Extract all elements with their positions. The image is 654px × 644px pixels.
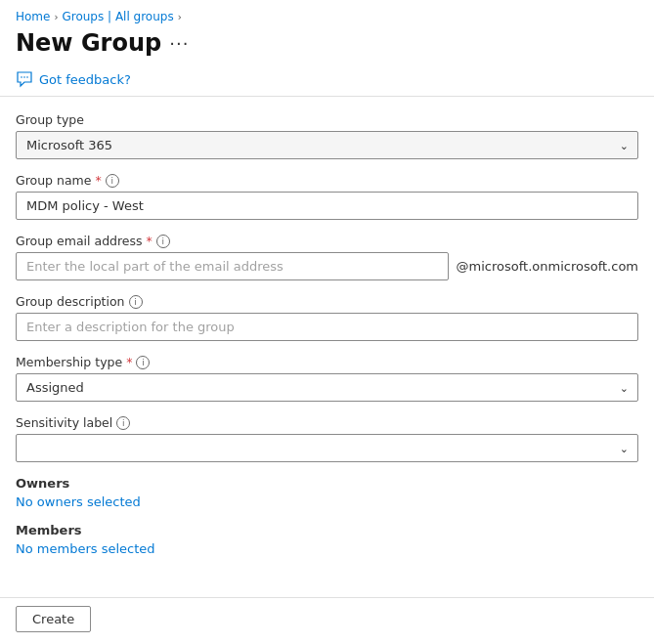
- group-type-select-wrapper: Microsoft 365 Security Mail-enabled secu…: [16, 131, 638, 159]
- membership-type-label: Membership type * i: [16, 355, 638, 369]
- email-row: @microsoft.onmicrosoft.com: [16, 252, 638, 280]
- members-section: Members No members selected: [16, 523, 638, 556]
- footer: Create: [0, 597, 654, 644]
- create-button[interactable]: Create: [16, 606, 91, 632]
- breadcrumb: Home › Groups | All groups ›: [0, 0, 654, 27]
- email-domain: @microsoft.onmicrosoft.com: [457, 259, 638, 274]
- feedback-bar[interactable]: Got feedback?: [0, 64, 654, 97]
- group-email-label: Group email address * i: [16, 234, 638, 248]
- owners-section: Owners No owners selected: [16, 476, 638, 509]
- membership-type-select[interactable]: Assigned Dynamic User Dynamic Device: [16, 373, 638, 402]
- membership-type-select-wrapper: Assigned Dynamic User Dynamic Device ⌄: [16, 373, 638, 402]
- group-description-label: Group description i: [16, 294, 638, 309]
- group-email-input[interactable]: [16, 252, 449, 280]
- membership-type-field: Membership type * i Assigned Dynamic Use…: [16, 355, 638, 402]
- sensitivity-label-select[interactable]: [16, 434, 638, 462]
- group-type-label: Group type: [16, 112, 638, 127]
- no-owners-link[interactable]: No owners selected: [16, 494, 141, 509]
- main-content: Group type Microsoft 365 Security Mail-e…: [0, 97, 654, 597]
- group-description-input[interactable]: [16, 313, 638, 341]
- group-name-field: Group name * i: [16, 173, 638, 220]
- group-email-required: *: [147, 234, 153, 248]
- feedback-label: Got feedback?: [39, 72, 131, 87]
- page-wrapper: Home › Groups | All groups › New Group ·…: [0, 0, 654, 644]
- breadcrumb-chevron-2: ›: [178, 12, 182, 22]
- group-email-info-icon[interactable]: i: [156, 235, 170, 248]
- owners-label: Owners: [16, 476, 638, 491]
- members-label: Members: [16, 523, 638, 537]
- svg-point-0: [21, 76, 22, 78]
- sensitivity-label-label: Sensitivity label i: [16, 415, 638, 430]
- no-members-link[interactable]: No members selected: [16, 541, 155, 556]
- svg-point-2: [26, 76, 28, 78]
- page-title: New Group: [16, 29, 161, 57]
- breadcrumb-chevron-1: ›: [54, 12, 58, 22]
- membership-type-info-icon[interactable]: i: [136, 356, 150, 369]
- sensitivity-label-info-icon[interactable]: i: [116, 416, 130, 430]
- group-name-required: *: [95, 173, 101, 188]
- group-name-input[interactable]: [16, 192, 638, 220]
- more-options-icon[interactable]: ···: [169, 33, 189, 54]
- feedback-icon: [16, 70, 33, 88]
- group-type-field: Group type Microsoft 365 Security Mail-e…: [16, 112, 638, 159]
- email-input-wrap: [16, 252, 449, 280]
- title-row: New Group ···: [0, 27, 654, 64]
- sensitivity-label-field: Sensitivity label i ⌄: [16, 415, 638, 462]
- group-description-field: Group description i: [16, 294, 638, 341]
- sensitivity-label-select-wrapper: ⌄: [16, 434, 638, 462]
- breadcrumb-groups[interactable]: Groups | All groups: [62, 10, 173, 23]
- group-name-label: Group name * i: [16, 173, 638, 188]
- svg-point-1: [23, 76, 25, 78]
- breadcrumb-home[interactable]: Home: [16, 10, 50, 23]
- group-name-info-icon[interactable]: i: [106, 174, 119, 188]
- group-email-field: Group email address * i @microsoft.onmic…: [16, 234, 638, 280]
- membership-type-required: *: [126, 355, 132, 369]
- group-description-info-icon[interactable]: i: [129, 295, 143, 309]
- group-type-select[interactable]: Microsoft 365 Security Mail-enabled secu…: [16, 131, 638, 159]
